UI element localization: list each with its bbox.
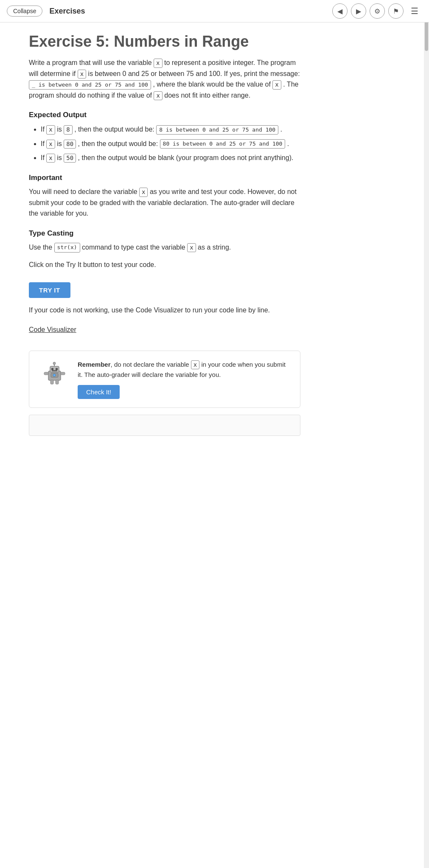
code-visualizer-link[interactable]: Code Visualizer <box>29 326 76 334</box>
header-title: Exercises <box>49 7 85 16</box>
bullet1-post: , then the output would be: <box>74 126 154 133</box>
remember-p1: , do not declare the variable <box>111 361 189 368</box>
bullet2-output: 80 is between 0 and 25 or 75 and 100 <box>160 139 286 149</box>
header-left: Collapse Exercises <box>7 6 85 17</box>
svg-point-12 <box>53 374 56 376</box>
bullet3-post: , then the output would be blank (your p… <box>78 154 294 161</box>
intro-text-3: is between 0 and 25 or between 75 and 10… <box>88 70 300 77</box>
collapse-button[interactable]: Collapse <box>7 6 42 17</box>
bullet2-dot: . <box>287 140 289 147</box>
intro-x-var-1: x <box>154 59 162 68</box>
remember-bold: Remember <box>78 361 111 368</box>
important-heading: Important <box>29 174 302 182</box>
intro-x-var-4: x <box>154 91 162 101</box>
bullet3-pre: If <box>41 154 45 161</box>
bullet2-val: 80 <box>64 140 76 149</box>
prev-button[interactable]: ◀ <box>332 3 348 19</box>
exercise-title: Exercise 5: Numbers in Range <box>29 33 302 51</box>
next-button[interactable]: ▶ <box>351 3 366 19</box>
bullet1-x: x <box>46 125 55 135</box>
try-it-button[interactable]: TRY IT <box>29 282 70 298</box>
header-right: ◀ ▶ ⚙ ⚑ ☰ <box>332 3 422 19</box>
intro-paragraph: Write a program that will use the variab… <box>29 57 302 101</box>
type-casting-heading: Type Casting <box>29 229 302 238</box>
bullet1-output: 8 is between 0 and 25 or 75 and 100 <box>156 125 278 135</box>
svg-rect-9 <box>50 380 53 384</box>
bullet1-pre: If <box>41 126 45 133</box>
remember-text: Remember, do not declare the variable x … <box>78 360 290 380</box>
robot-icon <box>39 360 69 389</box>
expected-output-list: If x is 8 , then the output would be: 8 … <box>29 124 302 163</box>
list-item: If x is 50 , then the output would be bl… <box>41 152 302 163</box>
svg-rect-6 <box>52 370 57 371</box>
bullet1-val: 8 <box>64 125 72 135</box>
remember-x-var: x <box>191 360 199 370</box>
type-casting-x: x <box>187 243 196 253</box>
intro-text-1: Write a program that will use the variab… <box>29 59 152 66</box>
code-area-hint <box>29 415 300 436</box>
click-try-it-text: Click on the Try It button to test your … <box>29 259 302 270</box>
type-casting-paragraph: Use the str(x) command to type cast the … <box>29 242 302 253</box>
check-it-button[interactable]: Check It! <box>78 385 120 399</box>
menu-button[interactable]: ☰ <box>407 3 422 19</box>
svg-point-5 <box>53 362 56 365</box>
intro-x-var-3: x <box>272 80 281 90</box>
bullet2-x: x <box>46 140 55 149</box>
bullet2-pre: If <box>41 140 45 147</box>
bullet3-is: is <box>57 154 62 161</box>
not-working-text: If your code is not working, use the Cod… <box>29 305 302 316</box>
flag-button[interactable]: ⚑ <box>388 3 404 19</box>
important-x-var: x <box>139 188 148 197</box>
bullet3-val: 50 <box>64 154 76 163</box>
header: Collapse Exercises ◀ ▶ ⚙ ⚑ ☰ <box>0 0 429 22</box>
bullet1-dot: . <box>280 126 282 133</box>
remember-content: Remember, do not declare the variable x … <box>78 360 290 399</box>
list-item: If x is 80 , then the output would be: 8… <box>41 138 302 149</box>
svg-rect-10 <box>56 380 59 384</box>
svg-rect-2 <box>51 368 53 370</box>
intro-text-6: does not fit into either range. <box>164 92 250 99</box>
bullet2-is: is <box>57 140 62 147</box>
important-text-1: You will need to declare the variable <box>29 188 137 195</box>
svg-rect-3 <box>56 368 58 370</box>
bullet3-x: x <box>46 154 55 163</box>
svg-rect-7 <box>44 372 48 375</box>
type-casting-end: as a string. <box>198 244 231 251</box>
svg-rect-8 <box>61 372 65 375</box>
expected-output-heading: Expected Output <box>29 111 302 119</box>
list-item: If x is 8 , then the output would be: 8 … <box>41 124 302 135</box>
intro-text-4: , where the blank would be the value of <box>153 81 271 88</box>
type-casting-post: command to type cast the variable <box>82 244 185 251</box>
important-paragraph: You will need to declare the variable x … <box>29 186 302 219</box>
main-content: Exercise 5: Numbers in Range Write a pro… <box>0 22 322 453</box>
type-casting-pre: Use the <box>29 244 52 251</box>
intro-message-tag: _ is between 0 and 25 or 75 and 100 <box>29 80 151 90</box>
remember-box: Remember, do not declare the variable x … <box>29 351 300 408</box>
type-casting-cmd: str(x) <box>54 243 80 252</box>
intro-x-var-2: x <box>78 70 86 79</box>
gear-button[interactable]: ⚙ <box>370 3 385 19</box>
scrollbar[interactable] <box>424 0 429 868</box>
bullet1-is: is <box>57 126 62 133</box>
bullet2-post: , then the output would be: <box>78 140 158 147</box>
